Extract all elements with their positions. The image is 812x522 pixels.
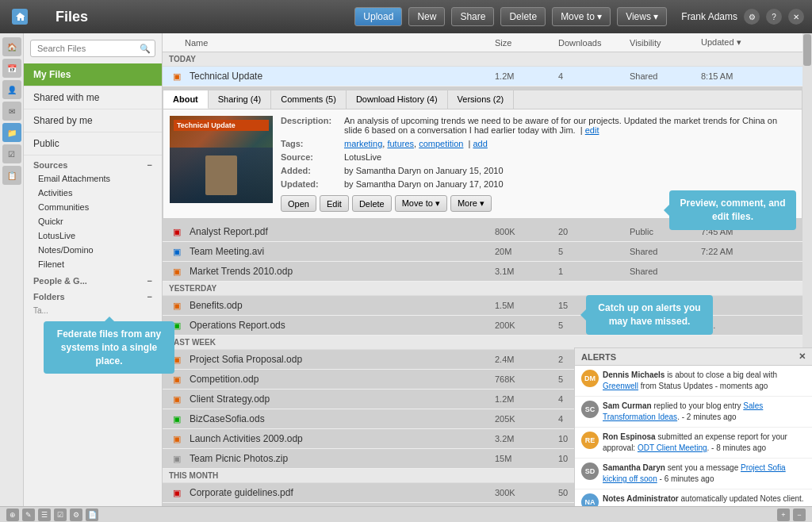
col-updated-header[interactable]: Updated ▾	[701, 37, 796, 48]
file-name: Analyst Report.pdf	[190, 226, 495, 237]
source-communities[interactable]: Communities	[24, 200, 162, 214]
table-row[interactable]: ▣ Market Trends 2010.odp 3.1M 1 Shared	[163, 262, 802, 282]
people-collapse[interactable]: −	[147, 276, 152, 286]
nav-public[interactable]: Public	[24, 132, 162, 155]
delete-button[interactable]: Delete	[352, 195, 392, 212]
alert-text: Notes Administrator automatically update…	[603, 493, 806, 506]
nav-shared-by-me[interactable]: Shared by me	[24, 109, 162, 132]
file-downloads: 5	[558, 247, 630, 256]
col-downloads-header[interactable]: Downloads	[558, 38, 630, 48]
file-visibility: Shared	[630, 71, 701, 81]
table-row[interactable]: ▣ Team Meeting.avi 20M 5 Shared 7:22 AM	[163, 242, 802, 262]
source-activities[interactable]: Activities	[24, 186, 162, 200]
bottom-icon-6[interactable]: 📄	[86, 509, 98, 521]
tab-download-history[interactable]: Download History (4)	[347, 90, 448, 109]
source-value: LotusLive	[344, 152, 795, 162]
tag-marketing[interactable]: marketing	[344, 139, 382, 148]
file-icon-odp: ▣	[169, 432, 185, 445]
callout-federate: Federate files from any systems into a s…	[44, 321, 174, 374]
bottom-icon-3[interactable]: ☰	[38, 509, 51, 521]
updated-label: Updated:	[281, 179, 344, 189]
bottom-icon-2[interactable]: ✎	[22, 509, 35, 521]
close-alerts-icon[interactable]: ✕	[799, 351, 806, 362]
app-icon-user[interactable]: 👤	[2, 80, 21, 99]
moveto-detail-button[interactable]: Move to ▾	[395, 195, 447, 212]
edit-link[interactable]: edit	[585, 125, 599, 135]
source-notes[interactable]: Notes/Domino	[24, 243, 162, 257]
add-tag-link[interactable]: add	[473, 139, 487, 148]
file-visibility: Shared	[630, 267, 701, 276]
file-name: BizCaseSofia.ods	[190, 413, 495, 424]
thumbnail-title: Technical Update	[174, 120, 269, 131]
bottom-icon-1[interactable]: ⊕	[6, 509, 19, 521]
more-button[interactable]: More ▾	[450, 195, 492, 212]
bottom-icon-4[interactable]: ☑	[54, 509, 67, 521]
zoom-out-icon[interactable]: −	[793, 509, 806, 521]
source-quickr[interactable]: Quickr	[24, 214, 162, 228]
app-icon-home[interactable]: 🏠	[2, 37, 21, 56]
source-lotuslive[interactable]: LotusLive	[24, 228, 162, 243]
delete-button[interactable]: Delete	[500, 7, 546, 26]
app-icon-activities[interactable]: 📋	[2, 166, 21, 185]
file-name: Corporate guidelines.pdf	[190, 487, 495, 498]
group-today: TODAY	[163, 52, 802, 67]
col-visibility-header[interactable]: Visibility	[630, 38, 701, 48]
alerts-header: ALERTS ✕	[575, 348, 812, 366]
list-item: NA Notes Administrator automatically upd…	[575, 489, 812, 506]
tag-futures[interactable]: futures	[387, 139, 414, 148]
app-icon-calendar[interactable]: 📅	[2, 59, 21, 78]
file-size: 1.2M	[495, 71, 558, 81]
bottom-icon-5[interactable]: ⚙	[70, 509, 82, 521]
scroll-thumb[interactable]	[803, 34, 811, 66]
sources-collapse[interactable]: −	[147, 160, 152, 170]
col-size-header[interactable]: Size	[495, 38, 558, 48]
home-icon[interactable]	[12, 9, 28, 25]
tab-sharing[interactable]: Sharing (4)	[209, 90, 271, 109]
sources-section: Sources −	[24, 155, 162, 171]
help-icon[interactable]: ?	[766, 9, 782, 25]
list-item: SD Samantha Daryn sent you a message Pro…	[575, 459, 812, 489]
tag-label: Ta...	[24, 303, 162, 318]
share-button[interactable]: Share	[451, 7, 494, 26]
edit-button[interactable]: Edit	[320, 195, 349, 212]
app-icon-tasks[interactable]: ☑	[2, 144, 21, 163]
tab-versions[interactable]: Versions (2)	[448, 90, 515, 109]
open-button[interactable]: Open	[281, 195, 316, 212]
app-icon-mail[interactable]: ✉	[2, 102, 21, 121]
app-icon-files[interactable]: 📁	[2, 123, 21, 142]
settings-icon[interactable]: ⚙	[744, 9, 760, 25]
tab-about[interactable]: About	[163, 90, 209, 109]
app-sidebar: 🏠 📅 👤 ✉ 📁 ☑ 📋	[0, 33, 24, 522]
search-input[interactable]	[30, 40, 155, 57]
file-size: 768K	[495, 374, 558, 384]
folders-collapse[interactable]: −	[147, 292, 152, 301]
upload-button[interactable]: Upload	[354, 7, 402, 26]
nav-my-files[interactable]: My Files	[24, 63, 162, 86]
tag-competition[interactable]: competition	[419, 139, 463, 148]
file-updated: 7:22 AM	[701, 247, 796, 256]
file-size: 800K	[495, 227, 558, 236]
alert-text: Sam Curman replied to your blog entry Sa…	[603, 401, 806, 423]
notifications-icon[interactable]: ✕	[788, 9, 804, 25]
moveto-button[interactable]: Move to ▾	[552, 7, 611, 26]
app-title: Files	[56, 9, 353, 25]
alerts-panel: ALERTS ✕ DM Dennis Michaels is about to …	[574, 347, 812, 506]
nav-shared-with-me[interactable]: Shared with me	[24, 86, 162, 109]
search-icon: 🔍	[140, 44, 151, 54]
tab-comments[interactable]: Comments (5)	[271, 90, 347, 109]
list-item: SC Sam Curman replied to your blog entry…	[575, 397, 812, 428]
new-button[interactable]: New	[408, 7, 445, 26]
alert-text: Samantha Daryn sent you a message Projec…	[603, 463, 806, 485]
zoom-in-icon[interactable]: +	[777, 509, 790, 521]
alert-link[interactable]: Greenwell	[603, 382, 638, 390]
description-value: An analysis of upcoming trends we need t…	[344, 116, 795, 135]
alert-link[interactable]: ODT Client Meeting	[638, 443, 707, 452]
source-email[interactable]: Email Attachments	[24, 171, 162, 186]
tags-label: Tags:	[281, 139, 344, 148]
table-row[interactable]: ▣ Technical Update 1.2M 4 Shared 8:15 AM	[163, 67, 802, 86]
source-filenet[interactable]: Filenet	[24, 257, 162, 271]
avatar: SD	[581, 463, 599, 480]
views-button[interactable]: Views ▾	[617, 7, 667, 26]
file-size: 2.4M	[495, 355, 558, 364]
file-size: 20M	[495, 247, 558, 256]
